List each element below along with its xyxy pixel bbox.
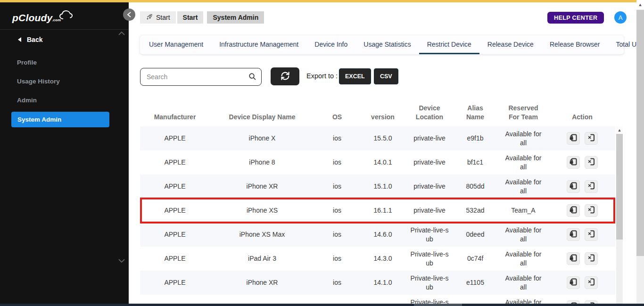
- breadcrumb-tab-2-system-admin[interactable]: System Admin: [207, 11, 264, 24]
- cell-version: 15.1.0: [360, 174, 406, 198]
- tab-device-info[interactable]: Device Info: [306, 35, 355, 54]
- cell-action: [549, 247, 615, 271]
- restrict-device-button[interactable]: [567, 204, 580, 217]
- sidebar-item-admin[interactable]: Admin: [0, 91, 129, 110]
- release-device-button[interactable]: [585, 228, 598, 241]
- cell-location: Private-live-sub: [406, 295, 453, 304]
- release-device-button[interactable]: [585, 132, 598, 145]
- cell-version: 14.6.0: [360, 223, 406, 247]
- cell-os: ios: [314, 150, 360, 174]
- chevron-left-icon: [18, 37, 21, 42]
- back-label: Back: [27, 36, 42, 43]
- column-header-device-display-name: Device Display Name: [210, 113, 314, 124]
- sidebar-menu: ProfileUsage HistoryAdminSystem Admin: [0, 53, 129, 127]
- scroll-up-arrow[interactable]: ▲: [636, 0, 644, 9]
- cell-manufacturer: APPLE: [140, 271, 210, 295]
- chevron-up-icon[interactable]: [118, 29, 125, 37]
- search-input[interactable]: [140, 68, 262, 86]
- x-door-icon: [587, 206, 595, 215]
- table-row: APPLEiPhone 8ios14.0.1private-livebf1c1A…: [140, 150, 615, 174]
- cell-location: private-live: [406, 150, 453, 174]
- sidebar-divider: [0, 29, 129, 30]
- sidebar: pCloudy.com Back ProfileUsage HistoryAdm…: [0, 2, 129, 304]
- scroll-up-arrow[interactable]: ▲: [616, 126, 623, 134]
- sidebar-back-button[interactable]: Back: [18, 36, 42, 43]
- page-scrollbar[interactable]: ▲: [636, 0, 644, 306]
- help-center-button[interactable]: HELP CENTER: [547, 12, 604, 24]
- cell-reserved: Available for all: [497, 223, 549, 247]
- column-header-version: version: [360, 113, 406, 124]
- cell-version-value: 14.6.0: [374, 230, 392, 239]
- column-header-label: Manufacturer: [154, 113, 196, 122]
- restrict-device-button[interactable]: [567, 276, 580, 289]
- breadcrumb-tab-1-start[interactable]: Start: [177, 11, 204, 24]
- breadcrumb-label: Start: [156, 14, 170, 21]
- restrict-device-button[interactable]: [567, 156, 580, 169]
- release-device-button[interactable]: [585, 276, 598, 289]
- cell-location: Private-live-sub: [406, 271, 453, 295]
- breadcrumb-label: Start: [183, 14, 198, 21]
- chevron-down-icon[interactable]: [118, 256, 125, 265]
- cell-reserved-value: Available for all: [502, 226, 545, 244]
- lock-door-icon: [569, 230, 578, 240]
- table-row: APPLEiPhone XRios15.1.0private-live805dd…: [140, 174, 615, 198]
- release-device-button[interactable]: [585, 180, 598, 193]
- x-door-icon: [587, 182, 595, 191]
- cell-version: [360, 295, 406, 304]
- cell-version: 14.1.0: [360, 271, 406, 295]
- sidebar-collapse-button[interactable]: [123, 8, 135, 21]
- horizontal-scrollbar[interactable]: [0, 304, 644, 306]
- cell-os: ios: [314, 271, 360, 295]
- cell-version-value: 15.5.0: [374, 134, 392, 143]
- export-csv-button[interactable]: CSV: [374, 68, 398, 84]
- sidebar-item-system-admin[interactable]: System Admin: [11, 112, 109, 127]
- cell-action: [549, 271, 615, 295]
- breadcrumb: StartStartSystem Admin: [140, 11, 264, 24]
- table-scrollbar-thumb[interactable]: [616, 134, 623, 240]
- restrict-device-button[interactable]: [567, 132, 580, 145]
- release-device-button[interactable]: [585, 204, 598, 217]
- sidebar-item-usage-history[interactable]: Usage History: [0, 72, 129, 91]
- cell-manufacturer-value: APPLE: [164, 158, 185, 167]
- cell-reserved-value: Available for all: [502, 130, 545, 148]
- cell-manufacturer: APPLE: [140, 247, 210, 271]
- cell-device-value: iPhone X: [249, 134, 276, 143]
- cell-version: 16.1.1: [360, 198, 406, 223]
- horizontal-scrollbar-thumb[interactable]: [414, 304, 462, 306]
- cell-location-value: Private-live-sub: [409, 226, 450, 244]
- tab-release-browser[interactable]: Release Browser: [542, 35, 608, 54]
- sidebar-item-profile[interactable]: Profile: [0, 53, 129, 72]
- tab-usage-statistics[interactable]: Usage Statistics: [355, 35, 419, 54]
- cell-os: ios: [314, 247, 360, 271]
- restrict-device-button[interactable]: [567, 252, 580, 265]
- restrict-device-button[interactable]: [567, 180, 580, 193]
- refresh-button[interactable]: [271, 67, 299, 85]
- tab-infrastructure-management[interactable]: Infrastructure Management: [211, 35, 306, 54]
- cell-reserved: Available for all: [497, 295, 549, 304]
- cell-os-value: ios: [333, 182, 341, 191]
- release-device-button[interactable]: [585, 300, 598, 304]
- cell-version-value: 14.1.0: [374, 278, 392, 287]
- export-excel-button[interactable]: EXCEL: [339, 68, 371, 84]
- cell-location: Private-live-sub: [406, 223, 453, 247]
- cell-action: [549, 150, 615, 174]
- cell-manufacturer: APPLE: [140, 198, 210, 223]
- breadcrumb-tab-0-start[interactable]: Start: [140, 11, 176, 24]
- restrict-device-button[interactable]: [567, 228, 580, 241]
- pcloudy-logo[interactable]: pCloudy.com: [12, 9, 76, 24]
- cell-reserved-value: Team_A: [511, 206, 535, 215]
- restrict-device-button[interactable]: [567, 300, 580, 304]
- release-device-button[interactable]: [585, 252, 598, 265]
- cell-alias: 0deed: [453, 223, 497, 247]
- table-scrollbar[interactable]: ▲: [616, 126, 623, 304]
- cell-manufacturer: APPLE: [140, 223, 210, 247]
- tab-user-management[interactable]: User Management: [141, 35, 211, 54]
- page-scrollbar-thumb[interactable]: [636, 10, 644, 256]
- release-device-button[interactable]: [585, 156, 598, 169]
- tab-release-device[interactable]: Release Device: [479, 35, 542, 54]
- cell-os: ios: [314, 198, 360, 223]
- avatar[interactable]: A: [614, 11, 627, 24]
- table-header-row: ManufacturerDevice Display NameOSversion…: [140, 99, 615, 124]
- cell-os-value: ios: [333, 278, 341, 287]
- tab-restrict-device[interactable]: Restrict Device: [419, 35, 479, 54]
